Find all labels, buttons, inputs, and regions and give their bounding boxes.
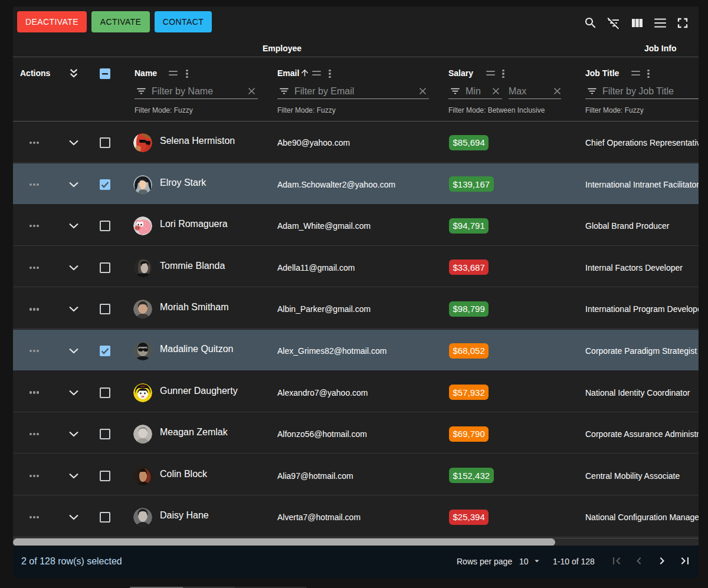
svg-text:yay!: yay! (140, 385, 145, 387)
